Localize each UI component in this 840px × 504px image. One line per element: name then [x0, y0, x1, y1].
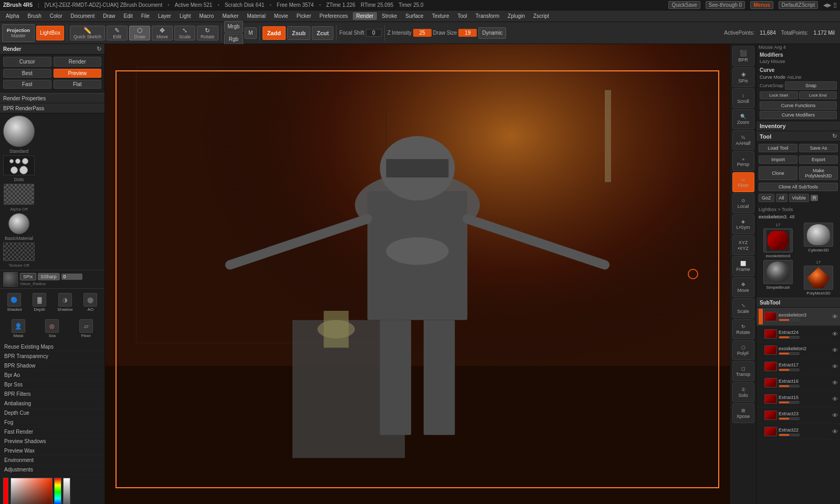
scale-tool-btn[interactable]: ⤡ Scale: [732, 298, 754, 318]
persp-tool-btn[interactable]: ⟁ Persp: [732, 151, 754, 171]
default-zscript[interactable]: DefaultZScript: [779, 1, 818, 9]
move-tool-btn[interactable]: ✥ Move: [732, 277, 754, 297]
curve-modifiers-btn[interactable]: Curve Modifiers: [760, 111, 837, 119]
st-slider-exo2[interactable]: [779, 352, 800, 355]
lock-start-btn[interactable]: Lock Start: [760, 91, 798, 99]
menu-item-edit[interactable]: Edit: [120, 12, 136, 20]
fog-row[interactable]: Fog: [0, 418, 104, 427]
zsub-btn[interactable]: Zsub: [287, 26, 310, 40]
cursor-btn[interactable]: Cursor: [3, 57, 51, 67]
st-row-extract24[interactable]: Extract24 👁: [757, 326, 840, 342]
draw-btn[interactable]: ⬡ Draw: [129, 26, 150, 40]
eye-icon-ext15[interactable]: 👁: [832, 396, 838, 402]
projection-master-btn[interactable]: Projection Master: [2, 24, 35, 42]
bpr-renderpass-title[interactable]: BPR RenderPass: [0, 103, 104, 113]
draw-size-input[interactable]: [458, 29, 477, 37]
bpr-filters-row[interactable]: BPR Filters: [0, 390, 104, 399]
menu-item-zplugin[interactable]: Zplugin: [504, 12, 529, 20]
save-as-btn[interactable]: Save As: [799, 144, 838, 152]
menu-item-alpha[interactable]: Alpha: [2, 12, 23, 20]
fast-btn[interactable]: Fast: [3, 80, 51, 89]
alpha-strip[interactable]: [63, 478, 70, 504]
st-row-ext17[interactable]: Extract17 👁: [757, 359, 840, 375]
menu-item-tool[interactable]: Tool: [454, 12, 470, 20]
mrgb-btn[interactable]: Mrgb: [224, 21, 244, 33]
menu-item-layer[interactable]: Layer: [154, 12, 175, 20]
rotate-btn[interactable]: ↻ Rotate: [197, 26, 218, 40]
goz-btn[interactable]: GoZ: [759, 194, 774, 202]
curve-functions-btn[interactable]: Curve Functions: [760, 101, 837, 110]
export-btn[interactable]: Export: [799, 155, 838, 164]
menu-item-file[interactable]: File: [138, 12, 153, 20]
snap-btn[interactable]: Snap: [785, 81, 837, 90]
eye-icon-ext23[interactable]: 👁: [832, 412, 838, 418]
menu-item-transform[interactable]: Transform: [472, 12, 503, 20]
st-row-ext15[interactable]: Extract15 👁: [757, 391, 840, 407]
tool-item-simplebrush[interactable]: SimpleBrush: [759, 260, 797, 296]
bpr-sss-row[interactable]: Bpr Sss: [0, 380, 104, 390]
st-row-ext22[interactable]: Extract22 👁: [757, 424, 840, 440]
best-btn[interactable]: Best: [3, 69, 51, 78]
st-row-exo2[interactable]: exoskeleton2 👁: [757, 342, 840, 359]
eye-icon-ext17[interactable]: 👁: [832, 363, 838, 370]
eye-icon-ext22[interactable]: 👁: [832, 428, 838, 435]
primary-color-swatch[interactable]: [3, 478, 8, 504]
bpr-transparency-row[interactable]: BPR Transparency: [0, 352, 104, 361]
all-btn[interactable]: All: [776, 194, 788, 202]
canvas-area[interactable]: ▲▼: [105, 44, 730, 504]
bpr-ao-row[interactable]: Bpr Ao: [0, 371, 104, 380]
menu-item-macro[interactable]: Macro: [196, 12, 218, 20]
local-tool-btn[interactable]: ⊙ Local: [732, 193, 754, 213]
hue-strip[interactable]: [54, 478, 61, 504]
viewport[interactable]: [105, 44, 730, 504]
lsym-tool-btn[interactable]: ◈ L•Sym: [732, 214, 754, 234]
color-gradient-square[interactable]: [10, 478, 52, 504]
aahalf-tool-btn[interactable]: ½ AAHalf: [732, 130, 754, 150]
preview-wax-row[interactable]: Preview Wax: [0, 446, 104, 456]
floor-tool-btn[interactable]: ⏥ Floor: [732, 172, 754, 192]
import-btn[interactable]: Import: [759, 155, 797, 164]
depth-cue-row[interactable]: Depth Cue: [0, 408, 104, 418]
preview-btn[interactable]: Preview: [54, 69, 102, 78]
menu-item-preferences[interactable]: Preferences: [316, 12, 352, 20]
rotate-tool-btn[interactable]: ↻ Rotate: [732, 319, 754, 339]
reuse-maps-row[interactable]: Reuse Existing Maps: [0, 342, 104, 352]
ssharp-input[interactable]: [61, 274, 82, 280]
st-row-exo3[interactable]: exoskeleton3 👁: [757, 308, 840, 326]
focal-shift-input[interactable]: [366, 29, 382, 37]
environment-row[interactable]: Environment: [0, 456, 104, 465]
eye-icon-exo2[interactable]: 👁: [832, 347, 838, 353]
move-btn[interactable]: ✥ Move: [152, 26, 173, 40]
st-row-ext23[interactable]: Extract23 👁: [757, 407, 840, 424]
st-slider-ext23[interactable]: [779, 417, 800, 420]
polyf-tool-btn[interactable]: ⬡ PolyF: [732, 340, 754, 360]
render-btn[interactable]: Render: [54, 57, 102, 67]
z-intensity-input[interactable]: [413, 29, 432, 37]
spix-tag[interactable]: SPix: [20, 273, 36, 280]
flat-btn[interactable]: Flat: [54, 80, 102, 89]
menu-item-movie[interactable]: Movie: [270, 12, 292, 20]
frame-tool-btn[interactable]: ⬜ Frame: [732, 256, 754, 276]
menu-item-marker[interactable]: Marker: [218, 12, 242, 20]
menus-btn[interactable]: Menus: [750, 1, 773, 9]
tool-item-exo[interactable]: 17 exoskeleton3: [759, 223, 797, 258]
make-polymesh-btn[interactable]: Make PolyMesh3D: [799, 166, 838, 180]
shaded-btn[interactable]: 🔵 Shaded: [7, 293, 22, 312]
ao-btn[interactable]: ⬤ AO: [83, 293, 97, 312]
scale-btn[interactable]: ⤡ Scale: [174, 26, 195, 40]
eye-icon-exo3[interactable]: 👁: [832, 313, 838, 320]
st-slider-ext16[interactable]: [779, 385, 800, 387]
ssharp-tag[interactable]: SSharp: [38, 273, 60, 280]
quick-sketch-btn[interactable]: ✏️ Quick Sketch: [70, 26, 105, 40]
bpr-shadow-row[interactable]: BPR Shadow: [0, 361, 104, 371]
menu-item-render[interactable]: Render: [353, 12, 377, 20]
menu-item-picker[interactable]: Picker: [293, 12, 315, 20]
material-sphere[interactable]: [8, 213, 29, 234]
see-through[interactable]: See-through 0: [706, 1, 745, 9]
st-slider-ext22[interactable]: [779, 434, 800, 436]
refresh-icon[interactable]: ↻: [97, 46, 101, 52]
eye-icon-ext24[interactable]: 👁: [832, 331, 838, 337]
mask-btn[interactable]: 👤 Mask: [12, 319, 25, 338]
clone-all-btn[interactable]: Clone All SubTools: [759, 183, 838, 191]
scroll-tool-btn[interactable]: ↕ Scroll: [732, 88, 754, 108]
